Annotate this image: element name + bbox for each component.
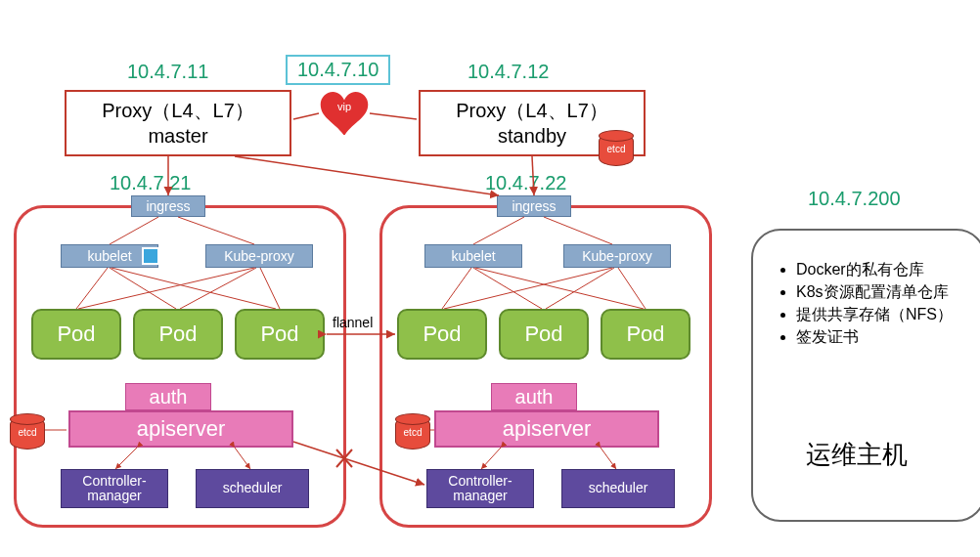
flannel-label: flannel	[333, 315, 373, 330]
vip-heart-label: vip	[319, 101, 370, 112]
proxy-master-line1: Proxy（L4、L7）	[70, 98, 286, 123]
svg-line-1	[370, 113, 417, 119]
controller-manager-left: Controller- manager	[61, 469, 168, 508]
ip-node-right: 10.4.7.22	[485, 172, 566, 194]
scheduler-right: scheduler	[561, 469, 675, 508]
svg-line-3	[235, 156, 499, 195]
ops-host-panel: Docker的私有仓库 K8s资源配置清单仓库 提供共享存储（NFS） 签发证书	[751, 229, 980, 522]
etcd-left-icon: etcd	[10, 416, 45, 450]
auth-left: auth	[125, 383, 211, 410]
apiserver-right: apiserver	[434, 410, 659, 448]
vip-heart-icon: vip	[319, 92, 370, 135]
ip-proxy-master: 10.4.7.11	[127, 61, 208, 83]
ip-ops: 10.4.7.200	[808, 188, 901, 210]
pod-left-1: Pod	[31, 309, 121, 360]
cursor-marker-icon	[142, 247, 159, 265]
auth-right: auth	[491, 383, 577, 410]
kubelet-right: kubelet	[424, 244, 522, 268]
etcd-right-label: etcd	[396, 427, 429, 438]
proxy-master-line2: master	[70, 123, 286, 149]
ops-item-2: 提供共享存储（NFS）	[796, 305, 964, 325]
etcd-top-label: etcd	[600, 144, 633, 154]
etcd-left-label: etcd	[11, 427, 44, 438]
ingress-right: ingress	[497, 195, 571, 217]
pod-right-1: Pod	[397, 309, 487, 360]
pod-left-3: Pod	[235, 309, 325, 360]
apiserver-left: apiserver	[68, 410, 293, 448]
scheduler-left: scheduler	[196, 469, 309, 508]
ops-item-0: Docker的私有仓库	[796, 260, 964, 280]
pod-left-2: Pod	[133, 309, 223, 360]
etcd-right-icon: etcd	[395, 416, 430, 450]
ip-vip: 10.4.7.10	[286, 55, 390, 85]
pod-right-2: Pod	[499, 309, 589, 360]
controller-manager-right: Controller- manager	[426, 469, 534, 508]
ingress-left: ingress	[131, 195, 205, 217]
proxy-standby-line1: Proxy（L4、L7）	[424, 98, 640, 123]
ops-list: Docker的私有仓库 K8s资源配置清单仓库 提供共享存储（NFS） 签发证书	[777, 260, 964, 348]
proxy-master-box: Proxy（L4、L7） master	[65, 90, 291, 156]
ip-node-left: 10.4.7.21	[110, 172, 191, 194]
kubeproxy-right: Kube-proxy	[563, 244, 671, 268]
etcd-top-icon: etcd	[599, 133, 634, 166]
ip-proxy-standby: 10.4.7.12	[468, 61, 549, 83]
pod-right-3: Pod	[601, 309, 690, 360]
svg-line-0	[293, 113, 319, 119]
kubeproxy-left: Kube-proxy	[205, 244, 313, 268]
ops-item-3: 签发证书	[796, 327, 964, 348]
ops-item-1: K8s资源配置清单仓库	[796, 282, 964, 303]
ops-host-title: 运维主机	[806, 438, 908, 472]
